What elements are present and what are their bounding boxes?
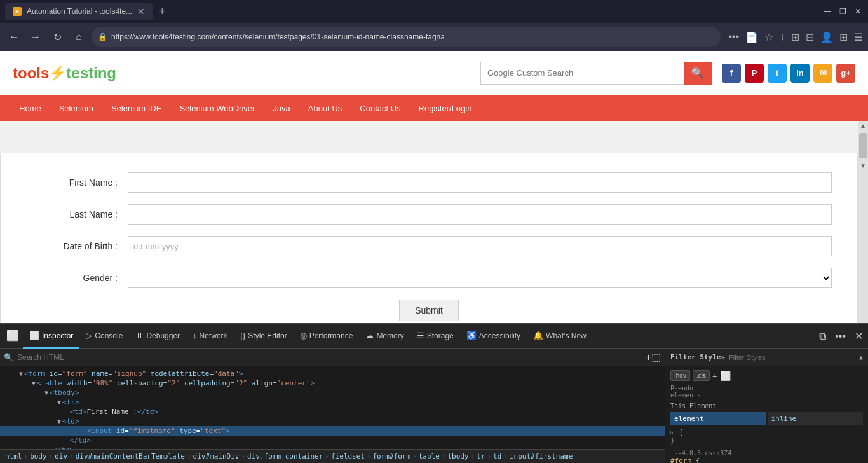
pocket-icon[interactable]: 📄 xyxy=(745,31,758,43)
gender-select[interactable]: Male Female xyxy=(128,268,832,288)
html-add-btn[interactable]: + xyxy=(646,352,651,363)
refresh-btn[interactable]: ↻ xyxy=(48,28,66,46)
nav-register[interactable]: Register/Login xyxy=(410,95,481,121)
address-bar-wrapper[interactable]: 🔒 xyxy=(92,27,721,47)
last-name-row: Last Name : xyxy=(26,204,832,225)
nav-selenium[interactable]: Selenium xyxy=(50,95,102,121)
devtools-tab-debugger[interactable]: ⏸ Debugger xyxy=(129,324,186,349)
html-line-highlighted[interactable]: <input id="firstname" type="text"> xyxy=(0,426,665,436)
devtools-tab-memory[interactable]: ☁ Memory xyxy=(359,324,410,349)
html-line[interactable]: ▼<td> xyxy=(0,417,665,426)
minimize-btn[interactable]: — xyxy=(822,6,832,17)
last-name-label: Last Name : xyxy=(26,209,128,219)
html-search-input[interactable] xyxy=(17,353,643,362)
download-icon[interactable]: ↓ xyxy=(780,31,785,43)
bc-body[interactable]: body xyxy=(30,452,47,460)
bc-td[interactable]: td xyxy=(493,452,501,460)
bc-table[interactable]: table xyxy=(419,452,440,460)
social-googleplus[interactable]: g+ xyxy=(836,64,855,83)
nav-about[interactable]: About Us xyxy=(299,95,351,121)
submit-btn[interactable]: Submit xyxy=(399,300,459,321)
styles-add-rule-btn[interactable]: + xyxy=(712,371,717,381)
devtools-tab-accessibility[interactable]: ♿ Accessibility xyxy=(460,324,527,349)
styles-new-sheet-btn[interactable]: ⬜ xyxy=(720,371,731,381)
devtools-more-btn[interactable]: ••• xyxy=(832,329,848,343)
devtools-tab-performance[interactable]: ◎ Performance xyxy=(294,324,360,349)
devtools-tab-network[interactable]: ↕ Network xyxy=(186,324,234,349)
html-line[interactable]: ▼<table width="98%" cellspacing="2" cell… xyxy=(0,378,665,388)
nav-home[interactable]: Home xyxy=(10,95,50,121)
social-twitter[interactable]: t xyxy=(768,64,787,83)
styles-scroll-up[interactable]: ▲ xyxy=(859,354,863,361)
social-facebook[interactable]: f xyxy=(722,64,741,83)
more-tools-icon[interactable]: ••• xyxy=(728,31,739,43)
scroll-thumb[interactable] xyxy=(859,133,867,158)
devtools-tab-whats-new[interactable]: 🔔 What's New xyxy=(527,324,593,349)
bc-form-container[interactable]: div.form-container xyxy=(247,452,323,460)
social-linkedin[interactable]: in xyxy=(790,64,810,83)
this-element-element-tab[interactable]: element xyxy=(670,412,766,425)
html-line[interactable]: ▼<tr> xyxy=(0,397,665,407)
nav-java[interactable]: Java xyxy=(264,95,299,121)
library-icon[interactable]: ⊞ xyxy=(791,31,799,43)
bc-tr[interactable]: tr xyxy=(477,452,485,460)
forward-btn[interactable]: → xyxy=(27,28,44,46)
browser-titlebar: A Automation Tutorial - tools4te... ✕ + … xyxy=(0,0,868,23)
close-btn[interactable]: ✕ xyxy=(853,6,863,17)
home-btn[interactable]: ⌂ xyxy=(70,28,88,46)
new-tab-btn[interactable]: + xyxy=(155,5,170,18)
devtools-dock-btn[interactable]: ⧉ xyxy=(817,329,829,343)
restore-btn[interactable]: ❐ xyxy=(837,6,848,17)
extensions-icon[interactable]: ⊞ xyxy=(839,31,848,43)
social-icons: f P t in ✉ g+ xyxy=(722,64,855,83)
social-email[interactable]: ✉ xyxy=(813,64,832,83)
scroll-up-btn[interactable]: ▲ xyxy=(858,121,867,130)
social-pinterest[interactable]: P xyxy=(745,64,764,83)
menu-icon[interactable]: ☰ xyxy=(854,31,863,43)
devtools-picker[interactable]: ⬜ xyxy=(3,324,23,349)
html-line[interactable]: ▼<tbody> xyxy=(0,388,665,397)
this-element-inline-tab[interactable]: inline xyxy=(768,412,864,425)
styles-filter-input[interactable] xyxy=(729,354,855,361)
back-btn[interactable]: ← xyxy=(5,28,23,46)
bc-input[interactable]: input#firstname xyxy=(510,452,573,460)
first-name-input[interactable] xyxy=(128,172,832,193)
bc-fieldset[interactable]: fieldset xyxy=(331,452,365,460)
nav-contact[interactable]: Contact Us xyxy=(351,95,409,121)
pseudo-hov-btn[interactable]: :hov xyxy=(670,370,690,381)
bc-main-content[interactable]: div#mainContentBarTemplate xyxy=(76,452,185,460)
html-line[interactable]: <td>First Name :</td> xyxy=(0,407,665,417)
bc-div[interactable]: div xyxy=(55,452,67,460)
search-input[interactable] xyxy=(480,62,684,85)
star-icon[interactable]: ☆ xyxy=(764,31,773,43)
main-scroll-area[interactable]: First Name : Last Name : Date of Birth :… xyxy=(0,121,868,323)
scroll-down-btn[interactable]: ▼ xyxy=(858,161,867,170)
bc-main-div[interactable]: div#mainDiv xyxy=(193,452,240,460)
devtools-tab-console[interactable]: ▷ Console xyxy=(79,324,129,349)
synced-tabs-icon[interactable]: ⊟ xyxy=(806,31,814,43)
devtools-tab-inspector[interactable]: ⬜ Inspector xyxy=(23,324,79,349)
bc-html[interactable]: html xyxy=(5,452,22,460)
nav-selenium-ide[interactable]: Selenium IDE xyxy=(102,95,170,121)
page-scrollbar[interactable]: ▲ ▼ xyxy=(858,121,868,323)
bc-tbody[interactable]: tbody xyxy=(447,452,468,460)
last-name-input[interactable] xyxy=(128,204,832,225)
site-header: tools ⚡ testing 🔍 f P t in ✉ g+ xyxy=(0,51,868,95)
devtools-tab-style-editor[interactable]: {} Style Editor xyxy=(234,324,294,349)
search-btn[interactable]: 🔍 xyxy=(684,62,712,85)
pseudo-cls-btn[interactable]: .cls xyxy=(693,370,710,381)
html-line[interactable]: ▼<form id="form" name="signup" modelattr… xyxy=(0,369,665,378)
html-pick-btn[interactable]: ⬚ xyxy=(651,351,661,363)
dob-input[interactable] xyxy=(128,236,832,256)
address-input[interactable] xyxy=(111,32,714,41)
bc-form[interactable]: form#form xyxy=(373,452,411,460)
page-content: tools ⚡ testing 🔍 f P t in ✉ g+ Home Sel… xyxy=(0,51,868,323)
tab-close-btn[interactable]: ✕ xyxy=(137,6,145,17)
browser-tab[interactable]: A Automation Tutorial - tools4te... ✕ xyxy=(5,3,153,20)
devtools-close-btn[interactable]: ✕ xyxy=(852,329,865,343)
nav-selenium-webdriver[interactable]: Selenium WebDriver xyxy=(170,95,264,121)
html-line[interactable]: </td> xyxy=(0,436,665,445)
account-icon[interactable]: 👤 xyxy=(820,31,833,43)
pseudo-row: :hov .cls + ⬜ xyxy=(670,370,863,381)
devtools-tab-storage[interactable]: ☰ Storage xyxy=(410,324,460,349)
